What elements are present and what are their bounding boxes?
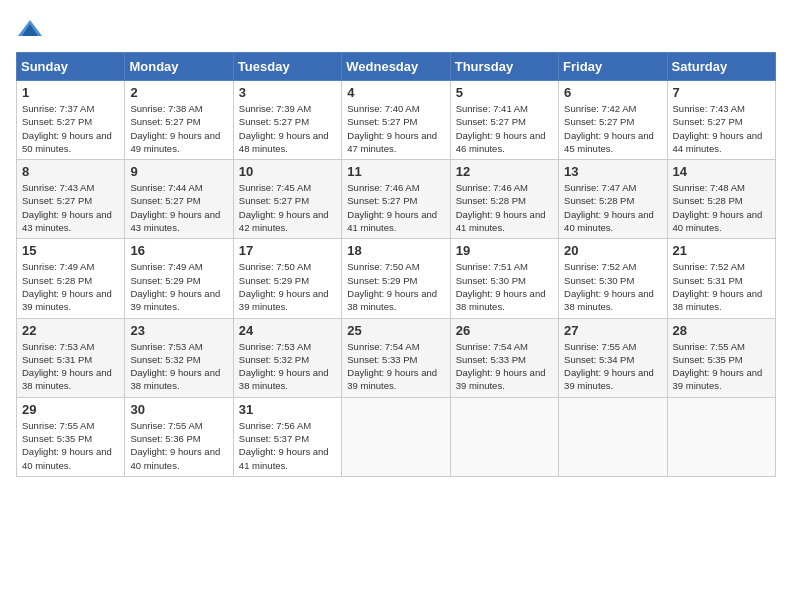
header-sunday: Sunday [17,53,125,81]
cell-content: Sunrise: 7:37 AM Sunset: 5:27 PM Dayligh… [22,102,119,155]
cell-content: Sunrise: 7:43 AM Sunset: 5:27 PM Dayligh… [673,102,770,155]
cell-content: Sunrise: 7:53 AM Sunset: 5:32 PM Dayligh… [130,340,227,393]
cell-content: Sunrise: 7:55 AM Sunset: 5:34 PM Dayligh… [564,340,661,393]
cell-content: Sunrise: 7:53 AM Sunset: 5:32 PM Dayligh… [239,340,336,393]
table-row [559,397,667,476]
cell-content: Sunrise: 7:44 AM Sunset: 5:27 PM Dayligh… [130,181,227,234]
table-row: 3 Sunrise: 7:39 AM Sunset: 5:27 PM Dayli… [233,81,341,160]
cell-content: Sunrise: 7:49 AM Sunset: 5:29 PM Dayligh… [130,260,227,313]
day-number: 12 [456,164,553,179]
table-row: 10 Sunrise: 7:45 AM Sunset: 5:27 PM Dayl… [233,160,341,239]
day-number: 20 [564,243,661,258]
day-number: 28 [673,323,770,338]
header-saturday: Saturday [667,53,775,81]
calendar-week-row: 29 Sunrise: 7:55 AM Sunset: 5:35 PM Dayl… [17,397,776,476]
page-header [16,16,776,44]
table-row: 20 Sunrise: 7:52 AM Sunset: 5:30 PM Dayl… [559,239,667,318]
day-number: 15 [22,243,119,258]
cell-content: Sunrise: 7:43 AM Sunset: 5:27 PM Dayligh… [22,181,119,234]
day-number: 16 [130,243,227,258]
cell-content: Sunrise: 7:50 AM Sunset: 5:29 PM Dayligh… [347,260,444,313]
calendar-week-row: 1 Sunrise: 7:37 AM Sunset: 5:27 PM Dayli… [17,81,776,160]
table-row [667,397,775,476]
day-number: 31 [239,402,336,417]
table-row [342,397,450,476]
table-row: 26 Sunrise: 7:54 AM Sunset: 5:33 PM Dayl… [450,318,558,397]
calendar-body: 1 Sunrise: 7:37 AM Sunset: 5:27 PM Dayli… [17,81,776,477]
day-number: 8 [22,164,119,179]
cell-content: Sunrise: 7:38 AM Sunset: 5:27 PM Dayligh… [130,102,227,155]
header-friday: Friday [559,53,667,81]
table-row: 27 Sunrise: 7:55 AM Sunset: 5:34 PM Dayl… [559,318,667,397]
table-row: 25 Sunrise: 7:54 AM Sunset: 5:33 PM Dayl… [342,318,450,397]
cell-content: Sunrise: 7:55 AM Sunset: 5:35 PM Dayligh… [673,340,770,393]
table-row: 8 Sunrise: 7:43 AM Sunset: 5:27 PM Dayli… [17,160,125,239]
cell-content: Sunrise: 7:52 AM Sunset: 5:31 PM Dayligh… [673,260,770,313]
table-row: 12 Sunrise: 7:46 AM Sunset: 5:28 PM Dayl… [450,160,558,239]
calendar-header-row: Sunday Monday Tuesday Wednesday Thursday… [17,53,776,81]
day-number: 3 [239,85,336,100]
cell-content: Sunrise: 7:55 AM Sunset: 5:35 PM Dayligh… [22,419,119,472]
table-row: 29 Sunrise: 7:55 AM Sunset: 5:35 PM Dayl… [17,397,125,476]
day-number: 7 [673,85,770,100]
day-number: 30 [130,402,227,417]
cell-content: Sunrise: 7:41 AM Sunset: 5:27 PM Dayligh… [456,102,553,155]
cell-content: Sunrise: 7:54 AM Sunset: 5:33 PM Dayligh… [347,340,444,393]
logo-icon [16,16,44,44]
cell-content: Sunrise: 7:54 AM Sunset: 5:33 PM Dayligh… [456,340,553,393]
table-row: 2 Sunrise: 7:38 AM Sunset: 5:27 PM Dayli… [125,81,233,160]
table-row [450,397,558,476]
cell-content: Sunrise: 7:48 AM Sunset: 5:28 PM Dayligh… [673,181,770,234]
cell-content: Sunrise: 7:40 AM Sunset: 5:27 PM Dayligh… [347,102,444,155]
day-number: 2 [130,85,227,100]
day-number: 9 [130,164,227,179]
header-thursday: Thursday [450,53,558,81]
header-monday: Monday [125,53,233,81]
cell-content: Sunrise: 7:46 AM Sunset: 5:28 PM Dayligh… [456,181,553,234]
day-number: 27 [564,323,661,338]
table-row: 28 Sunrise: 7:55 AM Sunset: 5:35 PM Dayl… [667,318,775,397]
calendar-week-row: 15 Sunrise: 7:49 AM Sunset: 5:28 PM Dayl… [17,239,776,318]
table-row: 22 Sunrise: 7:53 AM Sunset: 5:31 PM Dayl… [17,318,125,397]
day-number: 24 [239,323,336,338]
day-number: 5 [456,85,553,100]
day-number: 18 [347,243,444,258]
table-row: 30 Sunrise: 7:55 AM Sunset: 5:36 PM Dayl… [125,397,233,476]
cell-content: Sunrise: 7:52 AM Sunset: 5:30 PM Dayligh… [564,260,661,313]
cell-content: Sunrise: 7:56 AM Sunset: 5:37 PM Dayligh… [239,419,336,472]
table-row: 24 Sunrise: 7:53 AM Sunset: 5:32 PM Dayl… [233,318,341,397]
day-number: 23 [130,323,227,338]
day-number: 19 [456,243,553,258]
table-row: 11 Sunrise: 7:46 AM Sunset: 5:27 PM Dayl… [342,160,450,239]
day-number: 26 [456,323,553,338]
cell-content: Sunrise: 7:53 AM Sunset: 5:31 PM Dayligh… [22,340,119,393]
cell-content: Sunrise: 7:50 AM Sunset: 5:29 PM Dayligh… [239,260,336,313]
table-row: 21 Sunrise: 7:52 AM Sunset: 5:31 PM Dayl… [667,239,775,318]
day-number: 25 [347,323,444,338]
day-number: 13 [564,164,661,179]
table-row: 13 Sunrise: 7:47 AM Sunset: 5:28 PM Dayl… [559,160,667,239]
cell-content: Sunrise: 7:49 AM Sunset: 5:28 PM Dayligh… [22,260,119,313]
day-number: 29 [22,402,119,417]
table-row: 19 Sunrise: 7:51 AM Sunset: 5:30 PM Dayl… [450,239,558,318]
cell-content: Sunrise: 7:46 AM Sunset: 5:27 PM Dayligh… [347,181,444,234]
table-row: 17 Sunrise: 7:50 AM Sunset: 5:29 PM Dayl… [233,239,341,318]
header-wednesday: Wednesday [342,53,450,81]
cell-content: Sunrise: 7:42 AM Sunset: 5:27 PM Dayligh… [564,102,661,155]
calendar-week-row: 8 Sunrise: 7:43 AM Sunset: 5:27 PM Dayli… [17,160,776,239]
table-row: 7 Sunrise: 7:43 AM Sunset: 5:27 PM Dayli… [667,81,775,160]
table-row: 4 Sunrise: 7:40 AM Sunset: 5:27 PM Dayli… [342,81,450,160]
table-row: 1 Sunrise: 7:37 AM Sunset: 5:27 PM Dayli… [17,81,125,160]
cell-content: Sunrise: 7:51 AM Sunset: 5:30 PM Dayligh… [456,260,553,313]
day-number: 11 [347,164,444,179]
table-row: 14 Sunrise: 7:48 AM Sunset: 5:28 PM Dayl… [667,160,775,239]
day-number: 1 [22,85,119,100]
day-number: 22 [22,323,119,338]
table-row: 5 Sunrise: 7:41 AM Sunset: 5:27 PM Dayli… [450,81,558,160]
table-row: 18 Sunrise: 7:50 AM Sunset: 5:29 PM Dayl… [342,239,450,318]
calendar-week-row: 22 Sunrise: 7:53 AM Sunset: 5:31 PM Dayl… [17,318,776,397]
cell-content: Sunrise: 7:39 AM Sunset: 5:27 PM Dayligh… [239,102,336,155]
day-number: 21 [673,243,770,258]
table-row: 6 Sunrise: 7:42 AM Sunset: 5:27 PM Dayli… [559,81,667,160]
table-row: 31 Sunrise: 7:56 AM Sunset: 5:37 PM Dayl… [233,397,341,476]
